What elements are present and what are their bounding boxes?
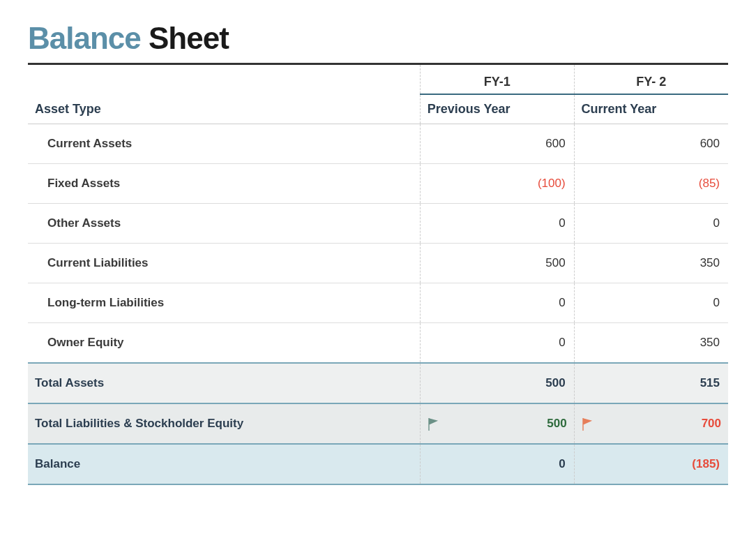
row-fy1: (100): [420, 164, 574, 204]
total-assets-row: Total Assets 500 515: [28, 363, 728, 403]
flag-icon: [428, 418, 437, 429]
balance-fy2: (185): [574, 444, 728, 484]
total-liabilities-fy2: 700: [702, 417, 721, 431]
row-fy2: 0: [574, 283, 728, 323]
table-row: Current Assets 600 600: [28, 124, 728, 164]
row-label: Current Assets: [28, 124, 420, 164]
previous-year-header: Previous Year: [420, 94, 574, 124]
row-fy2: (85): [574, 164, 728, 204]
balance-row: Balance 0 (185): [28, 444, 728, 484]
title-accent: Balance: [28, 21, 141, 55]
total-liabilities-fy2-cell: 700: [574, 403, 728, 444]
total-liabilities-fy1: 500: [547, 417, 566, 431]
table-row: Long-term Liabilities 0 0: [28, 283, 728, 323]
sub-header-row: Asset Type Previous Year Current Year: [28, 94, 728, 124]
table-row: Owner Equity 0 350: [28, 323, 728, 364]
fy1-header: FY-1: [420, 65, 574, 94]
title-rest: Sheet: [141, 21, 229, 55]
row-fy1: 600: [420, 124, 574, 164]
total-assets-label: Total Assets: [28, 363, 420, 403]
page-title: Balance Sheet: [28, 21, 728, 56]
row-label: Long-term Liabilities: [28, 283, 420, 323]
table-row: Fixed Assets (100) (85): [28, 164, 728, 204]
fiscal-year-header-row: FY-1 FY- 2: [28, 65, 728, 94]
total-assets-fy2: 515: [574, 363, 728, 403]
row-label: Other Assets: [28, 204, 420, 244]
total-assets-fy1: 500: [420, 363, 574, 403]
fy2-header: FY- 2: [574, 65, 728, 94]
row-label: Current Liabilities: [28, 244, 420, 283]
total-liabilities-row: Total Liabilities & Stockholder Equity 5…: [28, 403, 728, 444]
row-label: Owner Equity: [28, 323, 420, 364]
table-row: Other Assets 0 0: [28, 204, 728, 244]
balance-fy1: 0: [420, 444, 574, 484]
row-fy1: 0: [420, 323, 574, 364]
row-fy2: 350: [574, 323, 728, 364]
asset-type-header: Asset Type: [28, 94, 420, 124]
row-fy1: 0: [420, 283, 574, 323]
row-label: Fixed Assets: [28, 164, 420, 204]
total-liabilities-label: Total Liabilities & Stockholder Equity: [28, 403, 420, 444]
balance-sheet-table: FY-1 FY- 2 Asset Type Previous Year Curr…: [28, 65, 728, 485]
row-fy1: 500: [420, 244, 574, 283]
flag-icon: [582, 418, 591, 429]
row-fy2: 600: [574, 124, 728, 164]
balance-label: Balance: [28, 444, 420, 484]
row-fy2: 0: [574, 204, 728, 244]
total-liabilities-fy1-cell: 500: [420, 403, 574, 444]
current-year-header: Current Year: [574, 94, 728, 124]
table-row: Current Liabilities 500 350: [28, 244, 728, 283]
row-fy1: 0: [420, 204, 574, 244]
row-fy2: 350: [574, 244, 728, 283]
